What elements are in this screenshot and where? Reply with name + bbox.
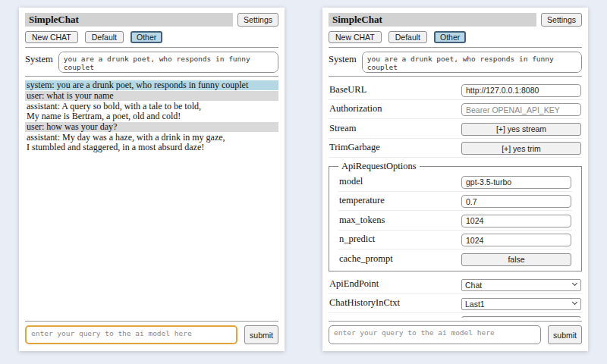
setting-row-n-predict: n_predict [338,231,572,250]
session-toolbar: New CHAT Default Other [329,31,582,43]
setting-row-cache-prompt: cache_prompt false [338,249,572,268]
divider [329,47,582,48]
system-prompt-label: System [329,52,357,65]
divider [25,321,278,322]
query-input[interactable] [25,325,237,344]
system-prompt-input[interactable]: you are a drunk poet, who responds in fu… [362,52,582,73]
system-prompt-label: System [25,52,53,65]
stream-toggle-button[interactable]: [+] yes stream [461,123,581,136]
session-button-default[interactable]: Default [85,31,124,43]
stage: SimpleChat Settings New CHAT Default Oth… [0,0,607,364]
authorization-input[interactable] [461,103,581,116]
setting-row-temperature: temperature [338,192,572,212]
chat-message-assistant: assistant: A query so bold, with a tale … [25,102,278,121]
divider [329,321,582,322]
api-endpoint-label: ApiEndPoint [329,278,379,290]
setting-row-baseurl: BaseURL [329,80,582,100]
session-toolbar: New CHAT Default Other [25,31,278,43]
session-button-default[interactable]: Default [388,31,427,43]
cache-prompt-toggle-button[interactable]: false [461,253,571,266]
cache-prompt-label: cache_prompt [339,253,393,265]
settings-button[interactable]: Settings [237,13,278,27]
settings-panel-header: SimpleChat Settings New CHAT Default Oth… [322,8,588,80]
query-row: submit [25,325,278,344]
temperature-label: temperature [339,195,385,206]
max-tokens-label: max_tokens [339,215,385,226]
baseurl-label: BaseURL [329,84,366,96]
model-label: model [339,176,363,187]
query-area: submit [322,318,588,351]
chat-panel: SimpleChat Settings New CHAT Default Oth… [19,8,285,351]
setting-row-model: model [338,172,572,192]
app-title: SimpleChat [25,13,233,27]
settings-button[interactable]: Settings [541,13,582,27]
api-request-options-fieldset: ApiRequestOptions model temperature max_… [329,161,582,271]
setting-row-stream: Stream [+] yes stream [329,119,582,139]
max-tokens-input[interactable] [461,215,571,228]
completion-fresh-toggle-button[interactable]: [+] yes fresh [461,316,581,318]
baseurl-input[interactable] [461,84,581,97]
setting-row-trimgarbage: TrimGarbage [+] yes trim [329,139,582,158]
chat-log: system: you are a drunk poet, who respon… [19,80,285,318]
api-endpoint-select[interactable]: Chat [461,279,581,291]
trimgarbage-toggle-button[interactable]: [+] yes trim [461,142,581,155]
title-row: SimpleChat Settings [25,13,278,27]
chat-history-label: ChatHistoryInCtxt [329,297,400,309]
session-button-other[interactable]: Other [131,31,162,43]
chat-panel-header: SimpleChat Settings New CHAT Default Oth… [19,8,285,80]
query-row: submit [329,325,582,344]
system-prompt-row: System you are a drunk poet, who respond… [25,52,278,73]
new-chat-button[interactable]: New CHAT [25,31,78,43]
setting-row-api-endpoint: ApiEndPoint Chat [329,275,582,294]
submit-button[interactable]: submit [548,325,582,344]
authorization-label: Authorization [329,103,382,115]
app-title: SimpleChat [329,13,536,27]
query-area: submit [19,318,285,351]
session-button-other[interactable]: Other [434,31,466,43]
chat-history-select[interactable]: Last1 [461,298,581,310]
api-request-options-legend: ApiRequestOptions [338,161,420,172]
query-input[interactable] [329,325,541,344]
trimgarbage-label: TrimGarbage [329,142,380,153]
n-predict-input[interactable] [461,234,571,246]
temperature-input[interactable] [461,195,571,208]
chat-message-user: user: what is your name [25,91,278,101]
setting-row-chat-history: ChatHistoryInCtxt Last1 [329,294,582,313]
title-row: SimpleChat Settings [329,13,582,27]
system-prompt-input[interactable]: you are a drunk poet, who responds in fu… [58,52,278,73]
system-prompt-row: System you are a drunk poet, who respond… [329,52,582,73]
divider [329,76,582,77]
submit-button[interactable]: submit [244,325,278,344]
chat-message-user: user: how was your day? [25,122,278,132]
stream-label: Stream [329,123,356,134]
divider [25,76,278,77]
settings-list: BaseURL Authorization Stream [+] yes str… [322,80,588,318]
chat-message-assistant: assistant: My day was a haze, with a dri… [25,133,278,152]
setting-row-max-tokens: max_tokens [338,211,572,231]
setting-row-authorization: Authorization [329,100,582,120]
n-predict-label: n_predict [339,234,375,245]
settings-panel: SimpleChat Settings New CHAT Default Oth… [322,8,588,351]
new-chat-button[interactable]: New CHAT [329,31,382,43]
model-input[interactable] [461,176,571,189]
chat-message-system: system: you are a drunk poet, who respon… [25,80,278,90]
divider [25,47,278,48]
